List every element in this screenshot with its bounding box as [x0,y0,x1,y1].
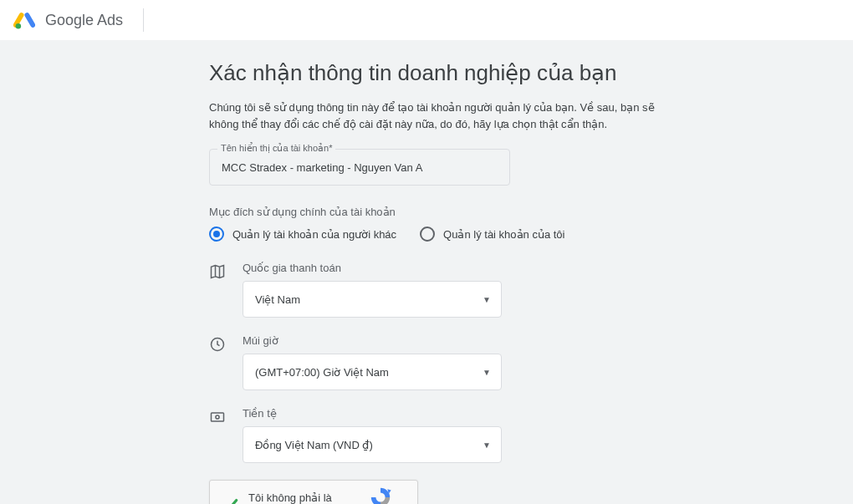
header-product-name: Google Ads [42,12,123,29]
svg-point-2 [16,23,22,29]
svg-point-5 [216,415,219,419]
page-title: Xác nhận thông tin doanh nghiệp của bạn [209,60,677,86]
currency-label: Tiền tệ [243,407,677,420]
checkmark-icon [218,495,240,504]
radio-checked-icon [209,227,224,242]
country-select[interactable]: Việt Nam ▼ [243,281,502,318]
recaptcha-box[interactable]: Tôi không phải là người máy reCAPTCHA Bả… [209,480,418,504]
radio-manage-mine[interactable]: Quản lý tài khoản của tôi [420,227,564,242]
map-icon [209,262,226,318]
page-description: Chúng tôi sẽ sử dụng thông tin này để tạ… [209,99,677,132]
recaptcha-logo-icon [369,486,392,504]
currency-select[interactable]: Đồng Việt Nam (VND ₫) ▼ [243,426,502,463]
country-label: Quốc gia thanh toán [243,262,677,274]
radio-manage-others-label: Quản lý tài khoản của người khác [232,228,396,241]
country-row: Quốc gia thanh toán Việt Nam ▼ [209,262,677,318]
currency-row: Tiền tệ Đồng Việt Nam (VND ₫) ▼ [209,407,677,463]
captcha-brand-block: reCAPTCHA Bảo mật - Điều khoản [352,486,409,504]
timezone-label: Múi giờ [243,334,677,347]
usage-radio-group: Quản lý tài khoản của người khác Quản lý… [209,227,677,242]
dropdown-arrow-icon: ▼ [483,295,491,304]
dropdown-arrow-icon: ▼ [483,440,491,450]
clock-icon [209,334,226,390]
timezone-select[interactable]: (GMT+07:00) Giờ Việt Nam ▼ [243,354,502,390]
account-name-input[interactable] [209,149,510,186]
country-value: Việt Nam [255,293,300,306]
app-header: Google Ads [0,0,853,40]
account-name-field-wrap: Tên hiển thị của tài khoản* [209,149,677,186]
currency-icon [209,407,226,463]
header-divider [143,8,144,32]
svg-rect-1 [23,12,35,28]
google-ads-logo-icon [13,9,35,31]
currency-value: Đồng Việt Nam (VND ₫) [255,439,373,451]
radio-unchecked-icon [420,227,435,242]
timezone-value: (GMT+07:00) Giờ Việt Nam [255,366,389,379]
timezone-row: Múi giờ (GMT+07:00) Giờ Việt Nam ▼ [209,334,677,390]
radio-manage-mine-label: Quản lý tài khoản của tôi [443,228,564,241]
captcha-text: Tôi không phải là người máy [248,491,344,504]
radio-manage-others[interactable]: Quản lý tài khoản của người khác [209,227,396,242]
svg-rect-4 [212,413,224,421]
main-form-content: Xác nhận thông tin doanh nghiệp của bạn … [209,60,677,504]
dropdown-arrow-icon: ▼ [483,368,491,377]
usage-section-label: Mục đích sử dụng chính của tài khoản [209,206,677,218]
account-name-label: Tên hiển thị của tài khoản* [217,143,335,154]
